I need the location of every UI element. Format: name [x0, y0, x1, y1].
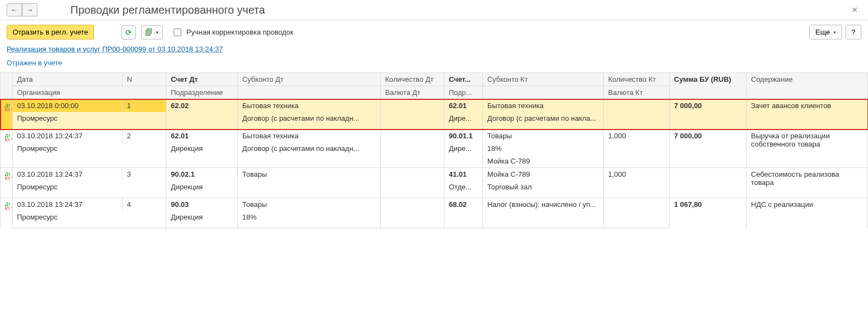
cell-org: Промресурс: [13, 142, 166, 155]
help-button[interactable]: ?: [845, 25, 861, 40]
cell-sub-dt: Товары: [238, 198, 381, 211]
entry-row[interactable]: ДтКт03.10.2018 13:24:37262.01Бытовая тех…: [1, 130, 868, 168]
cell-sub-dt: Бытовая техника: [238, 99, 381, 113]
source-document-link[interactable]: Реализация товаров и услуг ПР00-000099 о…: [0, 44, 868, 57]
cell-desc: НДС с реализации: [747, 198, 868, 228]
cell-date: 03.10.2018 13:24:37: [13, 168, 123, 181]
more-button-label: Еще: [815, 28, 830, 36]
cell-sub-kt: Бытовая техника: [483, 99, 604, 113]
cell-sub-kt: Товары: [483, 130, 604, 143]
manual-correction-label: Ручная корректировка проводок: [186, 28, 293, 36]
cell-cur-kt: [604, 181, 670, 193]
cell-sum: 7 000,00: [670, 130, 747, 168]
close-icon[interactable]: ✕: [848, 5, 861, 14]
dtkt-icon: ДтКт: [5, 132, 10, 142]
copy-button[interactable]: 🗐▾: [141, 25, 163, 40]
cell-qty-dt: [381, 198, 444, 211]
chevron-down-icon: ▾: [156, 30, 159, 35]
cell-sub-kt-3: [483, 223, 604, 228]
cell-sub-kt-2: Договор (с расчетами по накла...: [483, 112, 604, 125]
cell-sub-dt-3: [238, 155, 381, 168]
cell-acct-kt: 68.02: [444, 198, 483, 211]
cell-n: 1: [123, 99, 166, 113]
cell-sub-dt-2: 18%: [238, 211, 381, 223]
dtkt-icon: ДтКт: [5, 200, 10, 211]
col-n[interactable]: N: [123, 73, 166, 86]
cell-acct-kt: 41.01: [444, 168, 483, 181]
col-date[interactable]: Дата: [13, 73, 123, 86]
cell-cur-kt: [604, 142, 670, 155]
cell-sum: 1 067,80: [670, 198, 747, 228]
cell-cur-dt: [381, 211, 444, 223]
cell-dept-dt: Дирекция: [166, 211, 238, 223]
reflect-button[interactable]: Отразить в регл. учете: [7, 25, 94, 40]
cell-date: 03.10.2018 0:00:00: [13, 99, 123, 113]
cell-qty-kt: [604, 198, 670, 211]
status-text: Отражен в учете: [0, 57, 868, 72]
cell-acct-dt: 62.02: [166, 99, 238, 113]
cell-desc: Зачет авансов клиентов: [747, 99, 868, 130]
arrow-left-icon: ←: [10, 5, 18, 14]
more-button[interactable]: Еще▾: [809, 25, 842, 40]
cell-qty-kt: 1,000: [604, 130, 670, 143]
col-qty-dt[interactable]: Количество Дт: [381, 73, 444, 86]
nav-back-button[interactable]: ←: [7, 3, 22, 16]
manual-correction-checkbox[interactable]: [174, 29, 181, 36]
col-acct-kt[interactable]: Счет...: [444, 73, 483, 86]
cell-qty-dt: [381, 168, 444, 181]
cell-qty-dt: [381, 99, 444, 113]
cell-sub-dt-3: [238, 125, 381, 130]
cell-desc: Выручка от реализации собственного товар…: [747, 130, 868, 168]
manual-correction-checkbox-wrap[interactable]: Ручная корректировка проводок: [171, 27, 293, 38]
cell-n: 4: [123, 198, 166, 211]
col-org[interactable]: Организация: [13, 86, 166, 99]
nav-forward-button[interactable]: →: [22, 3, 37, 16]
cell-dept-kt: Дире...: [444, 112, 483, 125]
cell-sum: 7 000,00: [670, 99, 747, 130]
copy-icon: 🗐: [145, 28, 153, 37]
cell-date: 03.10.2018 13:24:37: [13, 130, 123, 143]
entry-row[interactable]: ДтКт03.10.2018 13:24:37490.03Товары68.02…: [1, 198, 868, 228]
cell-sub-dt-3: [238, 223, 381, 228]
cell-sub-kt-3: [483, 193, 604, 198]
cell-cur-kt: [604, 211, 670, 223]
arrow-right-icon: →: [26, 5, 34, 14]
cell-sub-kt-2: Торговый зал: [483, 181, 604, 193]
col-sum[interactable]: Сумма БУ (RUB): [670, 73, 747, 99]
cell-sub-dt-3: [238, 193, 381, 198]
col-sub-kt[interactable]: Субконто Кт: [483, 73, 604, 86]
cell-sub-kt-3: Мойка С-789: [483, 155, 604, 168]
col-dept-kt[interactable]: Подр...: [444, 86, 483, 99]
cell-sub-kt-2: [483, 211, 604, 223]
cell-acct-dt: 90.03: [166, 198, 238, 211]
col-sub-dt[interactable]: Субконто Дт: [238, 73, 381, 86]
col-desc[interactable]: Содержание: [747, 73, 868, 99]
cell-acct-kt: 62.01: [444, 99, 483, 113]
cell-n: 2: [123, 130, 166, 143]
entry-row[interactable]: ДтКт03.10.2018 13:24:37390.02.1Товары41.…: [1, 168, 868, 198]
cell-dept-dt: [166, 112, 238, 125]
cell-date: 03.10.2018 13:24:37: [13, 198, 123, 211]
dtkt-icon: ДтКт: [5, 102, 10, 112]
cell-qty-kt: 1,000: [604, 168, 670, 181]
col-cur-dt[interactable]: Валюта Дт: [381, 86, 444, 99]
cell-acct-dt: 90.02.1: [166, 168, 238, 181]
col-qty-kt[interactable]: Количество Кт: [604, 73, 670, 86]
cell-cur-dt: [381, 181, 444, 193]
cell-cur-dt: [381, 142, 444, 155]
cell-org: Промресурс: [13, 211, 166, 223]
cell-qty-dt: [381, 130, 444, 143]
entry-row[interactable]: ДтКт03.10.2018 0:00:00162.02Бытовая техн…: [1, 99, 868, 130]
entries-table: Дата N Счет Дт Субконто Дт Количество Дт…: [0, 72, 868, 228]
cell-sub-kt-3: [483, 125, 604, 130]
page-title: Проводки регламентированного учета: [70, 4, 265, 16]
cell-acct-kt: 90.01.1: [444, 130, 483, 143]
col-cur-kt[interactable]: Валюта Кт: [604, 86, 670, 99]
col-acct-dt[interactable]: Счет Дт: [166, 73, 238, 86]
cell-sub-kt: Мойка С-789: [483, 168, 604, 181]
cell-n: 3: [123, 168, 166, 181]
cell-desc: Себестоимость реализова товара: [747, 168, 868, 198]
col-dept-dt[interactable]: Подразделение: [166, 86, 238, 99]
cell-sub-kt: Налог (взносы): начислено / уп...: [483, 198, 604, 211]
refresh-button[interactable]: ⟳: [121, 25, 136, 40]
